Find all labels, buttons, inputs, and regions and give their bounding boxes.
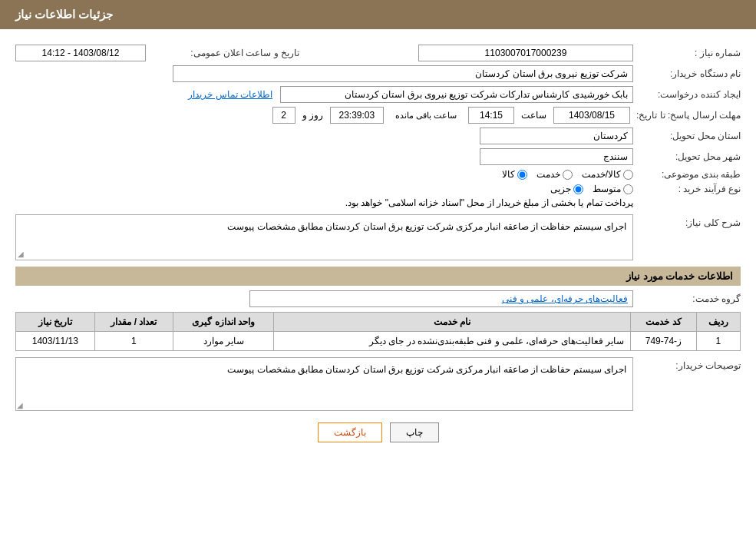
remaining-days: 2 <box>272 107 295 124</box>
col-date: تاریخ نیاز <box>16 313 95 332</box>
col-code: کد خدمت <box>631 313 697 332</box>
category-label: طبقه بندی موضوعی: <box>633 169 741 180</box>
buyer-org-value: شرکت توزیع نیروی برق استان کردستان <box>173 65 633 82</box>
services-table-container: ردیف کد خدمت نام خدمت واحد اندازه گیری ت… <box>15 312 741 351</box>
buyer-desc-label: توصیحات خریدار: <box>633 357 741 371</box>
cell-row: 1 <box>696 332 740 351</box>
group-label: گروه خدمت: <box>633 293 741 304</box>
buyer-desc-resize-icon: ◢ <box>17 401 23 409</box>
remaining-day-label: روز و <box>302 110 323 121</box>
deadline-label: مهلت ارسال پاسخ: تا تاریخ: <box>630 110 741 121</box>
announce-label: تاریخ و ساعت اعلان عمومی: <box>146 48 299 58</box>
cell-name: سایر فعالیت‌های حرفه‌ای، علمی و فنی طبقه… <box>274 332 631 351</box>
category-kala-label: کالا <box>502 169 515 180</box>
province-value: کردستان <box>480 128 633 144</box>
category-option-kala_khedmat[interactable]: کالا/خدمت <box>582 169 633 180</box>
col-unit: واحد اندازه گیری <box>173 313 274 332</box>
col-name: نام خدمت <box>274 313 631 332</box>
creator-value: بابک خورشیدی کارشناس تدارکات شرکت توزیع … <box>280 86 633 103</box>
category-option-khedmat[interactable]: خدمت <box>536 169 573 180</box>
announce-value: 1403/08/12 - 14:12 <box>15 45 146 61</box>
need-description-value: اجرای سیستم حفاظت از صاعقه انبار مرکزی ش… <box>227 221 626 232</box>
services-table: ردیف کد خدمت نام خدمت واحد اندازه گیری ت… <box>15 312 741 351</box>
buyer-org-label: نام دستگاه خریدار: <box>633 68 741 79</box>
creator-link[interactable]: اطلاعات تماس خریدار <box>188 89 272 100</box>
services-section-title: اطلاعات خدمات مورد نیاز <box>15 267 741 286</box>
buyer-desc-value: اجرای سیستم حفاظت از صاعقه انبار مرکزی ش… <box>227 364 626 375</box>
process-label: نوع فرآیند خرید : <box>633 184 741 194</box>
buyer-desc-box: اجرای سیستم حفاظت از صاعقه انبار مرکزی ش… <box>15 357 633 411</box>
group-value: فعالیت‌های حرفه‌ای، علمی و فنی <box>249 290 633 307</box>
category-khedmat-label: خدمت <box>536 169 560 180</box>
cell-code: ز-74-749 <box>631 332 697 351</box>
process-motavaset-label: متوسط <box>593 184 621 194</box>
category-kala-khedmat-label: کالا/خدمت <box>582 169 621 180</box>
back-button[interactable]: بازگشت <box>318 422 382 442</box>
category-option-kala[interactable]: کالا <box>502 169 527 180</box>
category-radio-group: کالا/خدمت خدمت کالا <box>502 169 633 180</box>
city-label: شهر محل تحویل: <box>633 151 741 162</box>
process-note: پرداخت تمام یا بخشی از مبلغ خریدار از مح… <box>345 197 633 208</box>
process-option-motavaset[interactable]: متوسط <box>593 184 633 194</box>
resize-icon: ◢ <box>18 250 24 258</box>
need-description-label: شرح کلی نیاز: <box>633 214 741 228</box>
deadline-time-label: ساعت <box>521 110 546 121</box>
button-row: چاپ بازگشت <box>15 422 741 442</box>
deadline-date: 1403/08/15 <box>553 107 630 124</box>
cell-unit: سایر موارد <box>173 332 274 351</box>
creator-label: ایجاد کننده درخواست: <box>633 89 741 100</box>
need-number-label: شماره نیاز : <box>633 48 741 58</box>
col-row: ردیف <box>696 313 740 332</box>
province-label: استان محل تحویل: <box>633 131 741 141</box>
need-number-value: 1103007017000239 <box>418 45 633 61</box>
remaining-time: 23:39:03 <box>330 107 384 124</box>
remaining-label: ساعت باقی مانده <box>395 111 457 121</box>
page-title: جزئیات اطلاعات نیاز <box>15 8 113 21</box>
page-header: جزئیات اطلاعات نیاز <box>0 0 756 29</box>
print-button[interactable]: چاپ <box>390 422 439 442</box>
col-qty: تعداد / مقدار <box>94 313 173 332</box>
cell-date: 1403/11/13 <box>16 332 95 351</box>
cell-qty: 1 <box>94 332 173 351</box>
deadline-time: 14:15 <box>468 107 514 124</box>
process-jozi-label: جزیی <box>550 184 571 194</box>
city-value: سنندج <box>480 148 633 165</box>
process-radio-group: متوسط جزیی <box>345 184 633 194</box>
table-row: 1 ز-74-749 سایر فعالیت‌های حرفه‌ای، علمی… <box>16 332 741 351</box>
process-option-jozi[interactable]: جزیی <box>550 184 583 194</box>
need-description-box: اجرای سیستم حفاظت از صاعقه انبار مرکزی ش… <box>15 214 633 260</box>
